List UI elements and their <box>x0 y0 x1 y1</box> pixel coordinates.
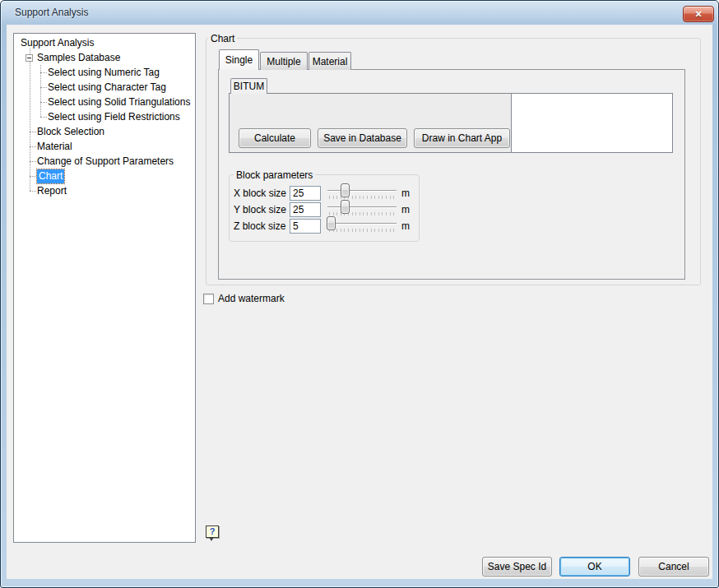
tree-connector-line <box>30 49 30 191</box>
slider-ticks <box>329 212 397 215</box>
calculate-button[interactable]: Calculate <box>239 128 311 148</box>
slider-thumb[interactable] <box>327 216 336 230</box>
tree-connector-stub <box>40 102 47 103</box>
tree-connector-stub <box>40 87 47 88</box>
tree-item-material[interactable]: Material <box>37 140 72 154</box>
tab-bitum[interactable]: BITUM <box>230 78 267 94</box>
tree-item-chart[interactable]: Chart <box>37 169 64 183</box>
z-block-size-label: Z block size <box>234 220 285 232</box>
y-block-size-unit: m <box>401 204 410 215</box>
tree-item-support-analysis[interactable]: Support Analysis <box>21 36 94 50</box>
title-bar[interactable]: Support Analysis ✕ <box>1 1 718 25</box>
y-block-size-label: Y block size <box>234 204 286 215</box>
tree-connector-stub <box>30 176 36 177</box>
window-title: Support Analysis <box>15 7 88 18</box>
ok-button[interactable]: OK <box>559 557 630 576</box>
z-block-size-input[interactable] <box>290 219 321 234</box>
tree-item-report[interactable]: Report <box>37 184 67 198</box>
x-block-size-label: X block size <box>234 188 286 199</box>
x-block-size-input[interactable] <box>290 186 321 201</box>
navigation-tree: Support Analysis Samples Database Select… <box>13 33 196 543</box>
slider-track <box>327 206 397 208</box>
block-parameters-group-label: Block parameters <box>234 169 315 181</box>
tree-connector-stub <box>40 117 47 118</box>
x-block-size-slider[interactable] <box>327 183 397 201</box>
z-block-size-unit: m <box>401 220 410 232</box>
slider-ticks <box>329 196 397 199</box>
tab-single[interactable]: Single <box>219 49 259 70</box>
add-watermark-label: Add watermark <box>218 293 285 304</box>
chart-preview-area <box>511 94 672 152</box>
slider-ticks <box>329 229 397 232</box>
tree-connector-stub <box>30 132 36 132</box>
tab-material[interactable]: Material <box>308 52 351 70</box>
tree-item-block-selection[interactable]: Block Selection <box>37 125 104 139</box>
question-mark-icon: ? <box>210 526 216 536</box>
tab-multiple[interactable]: Multiple <box>260 52 308 70</box>
x-block-size-unit: m <box>401 188 410 199</box>
tree-item-select-using-field-restrictions[interactable]: Select using Field Restrictions <box>48 110 180 124</box>
y-block-size-slider[interactable] <box>327 200 397 218</box>
tree-item-samples-database[interactable]: Samples Database <box>37 51 120 65</box>
z-block-size-slider[interactable] <box>327 216 397 234</box>
dialog-client-area: Support Analysis Samples Database Select… <box>7 25 712 579</box>
close-button[interactable]: ✕ <box>683 6 714 22</box>
close-icon: ✕ <box>694 9 702 19</box>
slider-track <box>327 190 397 192</box>
slider-track <box>327 223 397 225</box>
save-spec-id-button[interactable]: Save Spec Id <box>482 557 552 576</box>
save-in-database-button[interactable]: Save in Database <box>318 128 407 148</box>
slider-thumb[interactable] <box>341 183 350 197</box>
cancel-button[interactable]: Cancel <box>638 557 709 576</box>
draw-in-chart-app-button[interactable]: Draw in Chart App <box>414 128 510 148</box>
tree-item-change-of-support-parameters[interactable]: Change of Support Parameters <box>37 155 174 169</box>
y-block-size-input[interactable] <box>290 202 321 217</box>
tree-item-select-using-character-tag[interactable]: Select using Character Tag <box>48 81 166 95</box>
support-analysis-dialog: Support Analysis ✕ Support Analys <box>0 0 719 588</box>
tree-connector-stub <box>30 161 36 162</box>
tree-connector-stub <box>30 146 36 147</box>
chart-group-label: Chart <box>208 33 237 44</box>
tree-item-select-using-numeric-tag[interactable]: Select using Numeric Tag <box>48 66 160 80</box>
tree-connector-stub <box>40 72 47 73</box>
tree-expander-minus-icon[interactable] <box>26 54 33 62</box>
tree-connector-stub <box>30 191 36 192</box>
add-watermark-checkbox[interactable] <box>203 294 214 304</box>
help-balloon-icon[interactable]: ? <box>206 525 219 538</box>
slider-thumb[interactable] <box>341 200 350 214</box>
tree-item-select-using-solid-triangulations[interactable]: Select using Solid Triangulations <box>48 95 190 109</box>
